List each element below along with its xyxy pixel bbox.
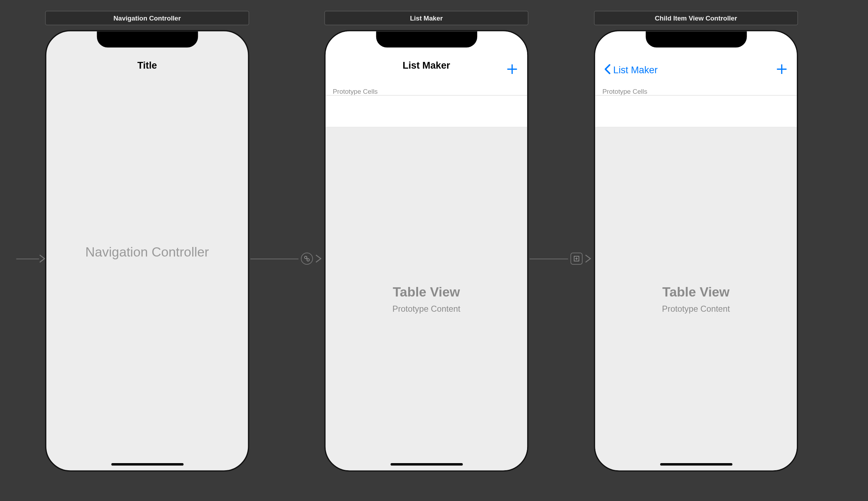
table-view-label: Table View xyxy=(662,284,730,300)
prototype-cell[interactable] xyxy=(326,95,527,117)
device-frame-list: List Maker Prototype Cells Table View Pr… xyxy=(324,30,528,472)
prototype-cells-header: Prototype Cells xyxy=(326,84,527,95)
scene-label-list[interactable]: List Maker xyxy=(324,11,528,25)
segue-root[interactable] xyxy=(250,253,324,265)
notch xyxy=(97,31,198,48)
add-button[interactable] xyxy=(506,63,519,78)
svg-line-2 xyxy=(306,258,307,259)
home-indicator xyxy=(390,463,462,466)
back-button[interactable]: List Maker xyxy=(604,64,658,77)
scene-list-maker[interactable]: List Maker List Maker Prototype Cells xyxy=(324,11,528,472)
add-button[interactable] xyxy=(775,63,788,78)
nav-title: List Maker xyxy=(326,60,527,71)
segue-relationship-icon xyxy=(301,253,313,265)
nav-title: Title xyxy=(46,60,248,71)
table-view-label: Table View xyxy=(393,284,460,300)
scene-label-nav[interactable]: Navigation Controller xyxy=(45,11,249,25)
table-view-area: Table View Prototype Content xyxy=(595,127,797,470)
chevron-left-icon xyxy=(604,64,611,77)
scene-navigation-controller[interactable]: Navigation Controller Title Navigation C… xyxy=(45,11,249,472)
scene-child-item[interactable]: Child Item View Controller List Maker xyxy=(594,11,798,472)
home-indicator xyxy=(111,463,183,466)
home-indicator xyxy=(660,463,732,466)
segue-show-icon xyxy=(571,253,583,265)
table-view-area: Table View Prototype Content xyxy=(326,127,527,470)
back-button-label: List Maker xyxy=(613,65,657,76)
notch xyxy=(376,31,477,48)
storyboard-entry-arrow xyxy=(16,254,47,263)
scene-label-child[interactable]: Child Item View Controller xyxy=(594,11,798,25)
prototype-cell[interactable] xyxy=(595,95,797,117)
table-view-sublabel: Prototype Content xyxy=(393,304,461,313)
device-frame-child: List Maker Prototype Cells Table View Pr… xyxy=(594,30,798,472)
device-frame-nav: Title Navigation Controller xyxy=(45,30,249,472)
prototype-cells-header: Prototype Cells xyxy=(595,84,797,95)
nav-controller-placeholder: Navigation Controller xyxy=(46,244,248,260)
notch xyxy=(645,31,747,48)
segue-show[interactable] xyxy=(530,253,593,265)
table-view-sublabel: Prototype Content xyxy=(662,304,730,313)
